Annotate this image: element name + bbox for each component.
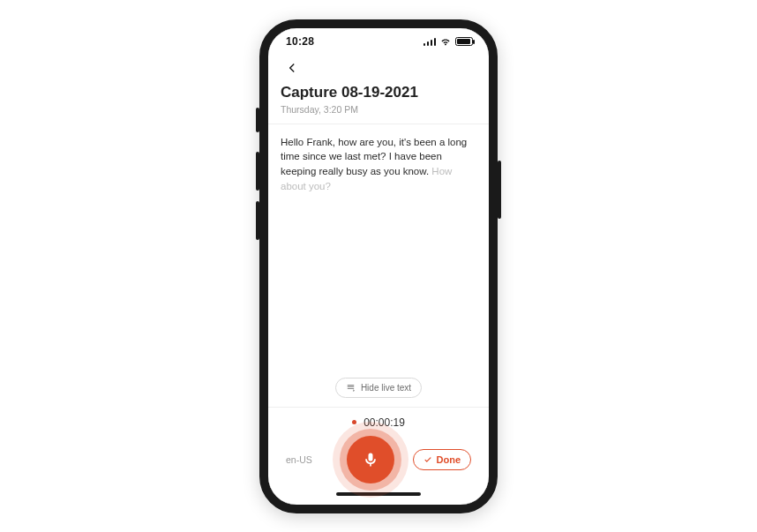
- stage: 10:28 Capture 08-19-2021 Thursday, 3:20 …: [0, 0, 757, 532]
- nav-bar: [268, 55, 489, 79]
- live-text-icon: [346, 383, 356, 393]
- power-button: [498, 161, 501, 219]
- recording-indicator-dot: [352, 420, 356, 424]
- phone-frame: 10:28 Capture 08-19-2021 Thursday, 3:20 …: [259, 19, 498, 513]
- status-bar: 10:28: [268, 28, 489, 55]
- transcript-area: Hello Frank, how are you, it's been a lo…: [268, 124, 489, 378]
- screen: 10:28 Capture 08-19-2021 Thursday, 3:20 …: [268, 28, 489, 505]
- check-icon: [423, 455, 432, 464]
- done-label: Done: [437, 454, 461, 465]
- battery-icon: [455, 37, 473, 46]
- page-subtitle: Thursday, 3:20 PM: [281, 104, 476, 115]
- timer-row: 00:00:19: [268, 408, 489, 434]
- chevron-left-icon: [286, 62, 298, 74]
- live-text-row: Hide live text: [268, 378, 489, 407]
- volume-up-button: [256, 152, 259, 191]
- record-button[interactable]: [347, 436, 394, 483]
- controls-row: en-US Done: [268, 434, 489, 489]
- home-indicator[interactable]: [268, 489, 489, 505]
- silent-switch: [256, 108, 259, 132]
- hide-live-text-label: Hide live text: [361, 383, 411, 393]
- microphone-icon: [362, 451, 379, 468]
- status-indicators: [423, 36, 476, 46]
- wifi-icon: [439, 36, 452, 46]
- volume-down-button: [256, 201, 259, 240]
- title-block: Capture 08-19-2021 Thursday, 3:20 PM: [268, 79, 489, 124]
- page-title: Capture 08-19-2021: [281, 83, 476, 101]
- cellular-signal-icon: [423, 37, 436, 46]
- hide-live-text-button[interactable]: Hide live text: [335, 378, 422, 398]
- back-button[interactable]: [281, 56, 304, 79]
- clock: 10:28: [281, 35, 314, 48]
- done-button[interactable]: Done: [413, 449, 472, 470]
- language-label[interactable]: en-US: [286, 454, 328, 465]
- timer-value: 00:00:19: [364, 416, 405, 429]
